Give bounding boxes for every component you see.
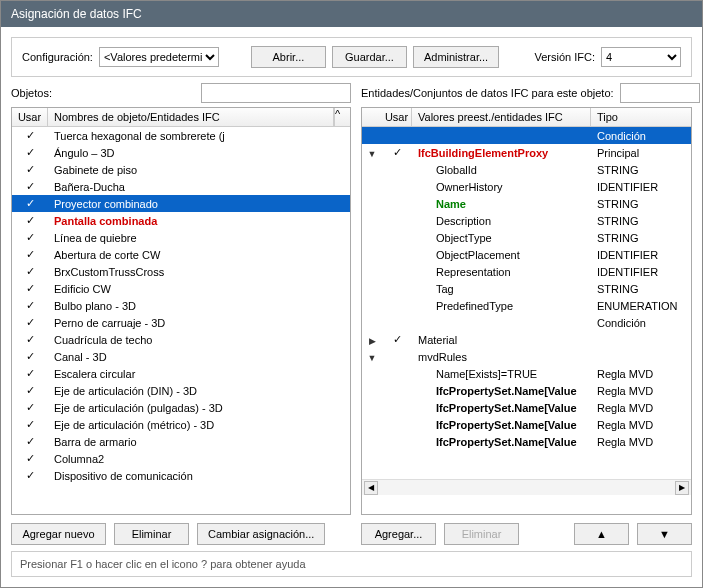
entity-row[interactable]: IfcPropertySet.Name[ValueRegla MVD xyxy=(362,416,691,433)
entity-name: IfcPropertySet.Name[Value xyxy=(412,399,591,417)
entity-name: IfcPropertySet.Name[Value xyxy=(412,416,591,434)
use-checkmark[interactable] xyxy=(382,286,412,292)
entity-row[interactable]: Condición xyxy=(362,127,691,144)
use-checkmark[interactable] xyxy=(382,371,412,377)
entity-row[interactable]: Condición xyxy=(362,314,691,331)
object-name: BrxCustomTrussCross xyxy=(48,263,350,281)
use-checkmark[interactable] xyxy=(382,218,412,224)
use-checkmark[interactable] xyxy=(382,303,412,309)
add-entity-button[interactable]: Agregar... xyxy=(361,523,436,545)
entity-row[interactable]: ▶✓Material xyxy=(362,331,691,348)
use-checkmark[interactable] xyxy=(382,184,412,190)
entity-row[interactable]: IfcPropertySet.Name[ValueRegla MVD xyxy=(362,382,691,399)
object-name: Ángulo – 3D xyxy=(48,144,350,162)
delete-object-button[interactable]: Eliminar xyxy=(114,523,189,545)
entity-row[interactable]: ObjectTypeSTRING xyxy=(362,229,691,246)
object-row[interactable]: ✓Línea de quiebre xyxy=(12,229,350,246)
entity-row[interactable]: GlobalIdSTRING xyxy=(362,161,691,178)
use-checkmark[interactable] xyxy=(382,354,412,360)
objects-label: Objetos: xyxy=(11,87,52,99)
object-row[interactable]: ✓Bulbo plano - 3D xyxy=(12,297,350,314)
use-checkmark[interactable]: ✓ xyxy=(12,466,48,485)
expand-down-icon[interactable]: ▼ xyxy=(362,147,382,159)
object-row[interactable]: ✓Eje de articulación (métrico) - 3D xyxy=(12,416,350,433)
entity-type xyxy=(591,337,691,343)
objects-filter-input[interactable] xyxy=(201,83,351,103)
entities-filter-input[interactable] xyxy=(620,83,700,103)
expand-down-icon[interactable]: ▼ xyxy=(362,351,382,363)
move-up-button[interactable]: ▲ xyxy=(574,523,629,545)
col-use-header[interactable]: Usar xyxy=(12,108,48,126)
scroll-left-icon[interactable]: ◀ xyxy=(364,481,378,495)
use-checkmark[interactable] xyxy=(382,201,412,207)
use-checkmark[interactable] xyxy=(382,252,412,258)
object-row[interactable]: ✓Dispositivo de comunicación xyxy=(12,467,350,484)
horizontal-scrollbar[interactable]: ◀ ▶ xyxy=(362,479,691,495)
object-row[interactable]: ✓Bañera-Ducha xyxy=(12,178,350,195)
entity-row[interactable]: PredefinedTypeENUMERATION xyxy=(362,297,691,314)
use-checkmark[interactable] xyxy=(382,320,412,326)
use-checkmark[interactable] xyxy=(382,269,412,275)
delete-entity-button[interactable]: Eliminar xyxy=(444,523,519,545)
use-checkmark[interactable] xyxy=(382,422,412,428)
object-row[interactable]: ✓Abertura de corte CW xyxy=(12,246,350,263)
use-checkmark[interactable] xyxy=(382,235,412,241)
object-row[interactable]: ✓Columna2 xyxy=(12,450,350,467)
add-new-button[interactable]: Agregar nuevo xyxy=(11,523,106,545)
entity-row[interactable]: RepresentationIDENTIFIER xyxy=(362,263,691,280)
object-row[interactable]: ✓Eje de articulación (pulgadas) - 3D xyxy=(12,399,350,416)
move-down-button[interactable]: ▼ xyxy=(637,523,692,545)
col-use-header-r[interactable]: Usar xyxy=(382,108,412,126)
object-row[interactable]: ✓Barra de armario xyxy=(12,433,350,450)
entity-name xyxy=(412,320,591,326)
use-checkmark[interactable]: ✓ xyxy=(382,330,412,349)
entity-row[interactable]: IfcPropertySet.Name[ValueRegla MVD xyxy=(362,399,691,416)
open-button[interactable]: Abrir... xyxy=(251,46,326,68)
version-dropdown[interactable]: 4 xyxy=(601,47,681,67)
object-row[interactable]: ✓Tuerca hexagonal de sombrerete (j xyxy=(12,127,350,144)
object-row[interactable]: ✓Cuadrícula de techo xyxy=(12,331,350,348)
entity-row[interactable]: ▼mvdRules xyxy=(362,348,691,365)
use-checkmark[interactable] xyxy=(382,388,412,394)
objects-grid[interactable]: Usar Nombres de objeto/Entidades IFC ^ ✓… xyxy=(11,107,351,515)
entity-row[interactable]: DescriptionSTRING xyxy=(362,212,691,229)
expand-right-icon[interactable]: ▶ xyxy=(362,334,382,346)
col-type-header-r[interactable]: Tipo xyxy=(591,108,691,126)
object-row[interactable]: ✓Escalera circular xyxy=(12,365,350,382)
object-row[interactable]: ✓Proyector combinado xyxy=(12,195,350,212)
col-name-header[interactable]: Nombres de objeto/Entidades IFC xyxy=(48,108,334,126)
use-checkmark[interactable] xyxy=(382,405,412,411)
object-row[interactable]: ✓Eje de articulación (DIN) - 3D xyxy=(12,382,350,399)
use-checkmark[interactable] xyxy=(382,439,412,445)
entity-row[interactable]: ObjectPlacementIDENTIFIER xyxy=(362,246,691,263)
use-checkmark[interactable]: ✓ xyxy=(382,143,412,162)
object-name: Perno de carruaje - 3D xyxy=(48,314,350,332)
config-label: Configuración: xyxy=(22,51,93,63)
config-dropdown[interactable]: <Valores predetermi xyxy=(99,47,219,67)
entity-row[interactable]: Name[Exists]=TRUERegla MVD xyxy=(362,365,691,382)
object-row[interactable]: ✓Ángulo – 3D xyxy=(12,144,350,161)
entity-row[interactable]: OwnerHistoryIDENTIFIER xyxy=(362,178,691,195)
object-row[interactable]: ✓BrxCustomTrussCross xyxy=(12,263,350,280)
entity-row[interactable]: ▼✓IfcBuildingElementProxyPrincipal xyxy=(362,144,691,161)
expand-placeholder xyxy=(362,215,382,227)
use-checkmark[interactable] xyxy=(382,133,412,139)
object-row[interactable]: ✓Edificio CW xyxy=(12,280,350,297)
entity-row[interactable]: TagSTRING xyxy=(362,280,691,297)
admin-button[interactable]: Administrar... xyxy=(413,46,499,68)
scroll-right-icon[interactable]: ▶ xyxy=(675,481,689,495)
save-button[interactable]: Guardar... xyxy=(332,46,407,68)
object-row[interactable]: ✓Canal - 3D xyxy=(12,348,350,365)
entity-row[interactable]: IfcPropertySet.Name[ValueRegla MVD xyxy=(362,433,691,450)
expand-placeholder xyxy=(362,130,382,142)
entity-row[interactable]: NameSTRING xyxy=(362,195,691,212)
object-row[interactable]: ✓Gabinete de piso xyxy=(12,161,350,178)
entities-grid[interactable]: Usar Valores preest./entidades IFC Tipo … xyxy=(361,107,692,515)
col-name-header-r[interactable]: Valores preest./entidades IFC xyxy=(412,108,591,126)
entity-type: STRING xyxy=(591,229,691,247)
change-assignment-button[interactable]: Cambiar asignación... xyxy=(197,523,325,545)
object-row[interactable]: ✓Perno de carruaje - 3D xyxy=(12,314,350,331)
use-checkmark[interactable] xyxy=(382,167,412,173)
object-name: Tuerca hexagonal de sombrerete (j xyxy=(48,127,350,145)
object-row[interactable]: ✓Pantalla combinada xyxy=(12,212,350,229)
